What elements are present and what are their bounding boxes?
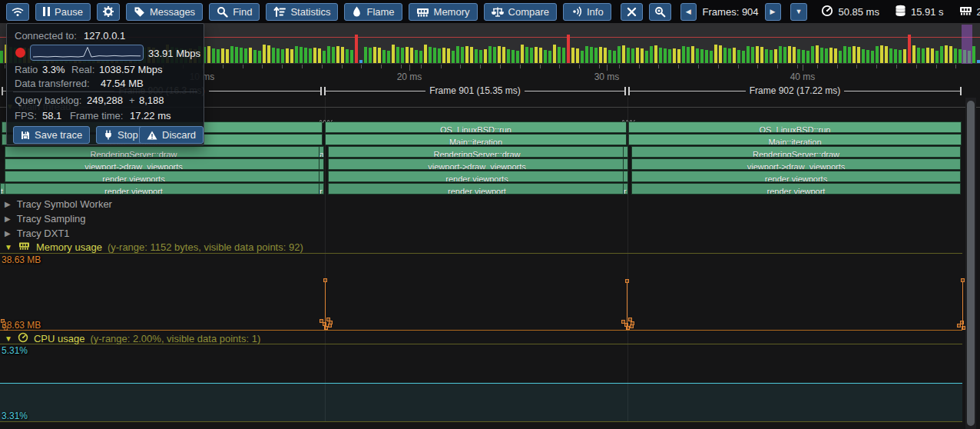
- axis-tick: [342, 65, 343, 68]
- info-button[interactable]: Info: [563, 3, 611, 21]
- frame-bar: [548, 51, 551, 63]
- frame-band-segment[interactable]: Frame 902 (17.22 ms): [628, 85, 962, 97]
- frame-dropdown-button[interactable]: ▼: [790, 3, 808, 21]
- zone-bar[interactable]: RenderingServer::draw: [5, 146, 322, 158]
- frame-band-segment[interactable]: Frame 901 (15.35 ms): [324, 85, 626, 97]
- frame-bar: [406, 47, 409, 63]
- zone-bar[interactable]: viewport->draw_viewports: [5, 158, 322, 170]
- zoom-button[interactable]: [649, 3, 671, 21]
- frame-line: [630, 91, 746, 91]
- connected-address: 127.0.0.1: [84, 30, 125, 42]
- axis-tick: [856, 65, 857, 68]
- zone-fragment[interactable]: t: [0, 183, 5, 195]
- frame-bar: [668, 49, 671, 63]
- compare-button[interactable]: Compare: [484, 3, 557, 21]
- frame-bar: [673, 48, 676, 63]
- cpu-plot-header[interactable]: ▼ CPU usage (y-range: 2.00%, visible dat…: [5, 332, 260, 345]
- scrollbar-thumb[interactable]: [967, 101, 975, 426]
- prev-frame-button[interactable]: ◀: [680, 3, 697, 21]
- frame-bar: [857, 47, 860, 63]
- zone-bar[interactable]: Main::iteration: [628, 134, 962, 145]
- zone-label: OS_LinuxBSD::run: [440, 125, 512, 133]
- zone-bar[interactable]: viewport->draw_viewports: [328, 158, 626, 170]
- zone-bar[interactable]: OS_LinuxBSD::run: [325, 121, 627, 133]
- frame-bar: [825, 48, 828, 63]
- chevron-down-icon: ▼: [5, 334, 12, 343]
- frame-bar: [788, 46, 791, 63]
- axis-tick: [500, 65, 501, 68]
- frame-bar: [617, 46, 621, 63]
- connection-popup: Connected to: 127.0.0.1 33.91 Mbps Ratio…: [6, 23, 204, 145]
- zone-bar[interactable]: render viewport: [631, 183, 961, 195]
- zone-bar[interactable]: render viewports: [631, 171, 961, 182]
- zone-fragment[interactable]: r: [319, 183, 324, 195]
- frame-bar: [894, 49, 897, 63]
- messages-button[interactable]: Messages: [126, 3, 203, 21]
- zone-bar[interactable]: RenderingServer::draw: [328, 146, 626, 158]
- zone-fragment[interactable]: [319, 158, 324, 170]
- zone-label: RenderingServer::draw: [90, 150, 177, 158]
- find-button[interactable]: Find: [209, 3, 260, 21]
- zone-bar[interactable]: render viewport: [328, 183, 626, 195]
- frame-bar: [562, 48, 565, 63]
- compare-label: Compare: [508, 6, 549, 18]
- zone-fragment[interactable]: [623, 158, 628, 170]
- axis-tick: [262, 65, 263, 68]
- crossed-tools-icon: [626, 6, 637, 18]
- zone-fragment[interactable]: [623, 171, 628, 182]
- thread-header-collapsed[interactable]: ▶Tracy Symbol Worker: [5, 198, 112, 210]
- frame-bar: [488, 46, 492, 63]
- frame-bar: [567, 35, 570, 63]
- frame-bar: [392, 45, 395, 63]
- zone-label: t: [1, 187, 3, 195]
- frame-bar: [700, 49, 704, 63]
- thread-header-collapsed[interactable]: ▶Tracy DXT1: [5, 228, 70, 239]
- frame-bar: [217, 49, 220, 63]
- cpu-top-value: 5.31%: [2, 345, 28, 356]
- memory-button[interactable]: Memory: [409, 3, 478, 21]
- statistics-button[interactable]: Statistics: [266, 3, 338, 21]
- axis-tick: [579, 65, 580, 68]
- memory-marker: [625, 279, 629, 283]
- thread-header-collapsed[interactable]: ▶Tracy Sampling: [5, 213, 86, 224]
- tools-button[interactable]: [621, 3, 643, 21]
- zone-bar[interactable]: OS_LinuxBSD::run: [628, 121, 962, 133]
- memory-plot-title: Memory usage: [36, 241, 102, 253]
- frametime-label: Frame time:: [70, 110, 123, 121]
- zone-label: a: [319, 150, 324, 158]
- frame-bar: [382, 50, 386, 63]
- frame-bar: [760, 47, 763, 63]
- frame-bar: [613, 51, 616, 63]
- zone-bar[interactable]: Main::iteration: [325, 134, 627, 145]
- zone-bar[interactable]: render viewports: [5, 171, 322, 182]
- zone-fragment[interactable]: a: [319, 146, 324, 158]
- flame-button[interactable]: Flame: [344, 3, 402, 21]
- memory-label: Memory: [434, 6, 470, 18]
- frame-bar: [829, 48, 833, 63]
- zone-fragment[interactable]: r: [623, 183, 628, 195]
- zone-label: OS_LinuxBSD::run: [760, 125, 831, 133]
- frame-bar: [590, 47, 593, 63]
- next-frame-button[interactable]: ▶: [765, 3, 781, 21]
- frame-bar: [912, 45, 915, 63]
- frame-bar: [848, 47, 851, 63]
- zone-bar[interactable]: viewport->draw_viewports: [631, 158, 961, 170]
- settings-button[interactable]: [97, 3, 120, 21]
- zone-bar[interactable]: render viewport: [5, 183, 322, 195]
- frame-bar: [502, 47, 505, 63]
- zone-bar[interactable]: render viewports: [328, 171, 626, 182]
- memory-plot-header[interactable]: ▼ Memory usage (y-range: 1152 bytes, vis…: [5, 241, 303, 253]
- connection-button[interactable]: [6, 3, 29, 21]
- save-trace-button[interactable]: Save trace: [13, 126, 90, 144]
- zone-fragment[interactable]: [319, 171, 324, 182]
- pause-button[interactable]: Pause: [35, 3, 91, 21]
- thread-label: Tracy Symbol Worker: [17, 198, 112, 210]
- zone-bar[interactable]: RenderingServer::draw: [631, 146, 961, 158]
- axis-tick: [5, 65, 5, 68]
- discard-button[interactable]: Discard: [139, 126, 204, 144]
- zone-label: render viewports: [765, 175, 827, 182]
- zone-fragment[interactable]: [623, 146, 628, 158]
- zone-label: viewport->draw_viewports: [84, 162, 182, 170]
- left-arrow-icon: ◀: [686, 8, 691, 15]
- frame-bar: [871, 51, 874, 63]
